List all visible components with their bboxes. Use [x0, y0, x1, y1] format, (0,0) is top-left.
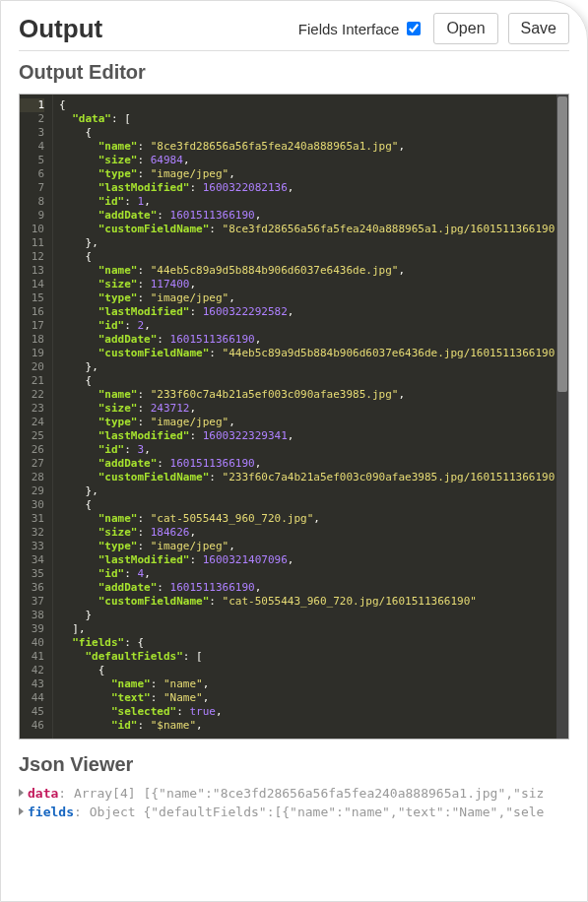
json-viewer-key: data — [28, 786, 58, 801]
json-viewer[interactable]: data: Array[4] [{"name":"8ce3fd28656a56f… — [19, 786, 569, 819]
editor-scrollbar[interactable] — [556, 95, 568, 739]
expand-icon[interactable] — [19, 807, 24, 815]
json-viewer-title: Json Viewer — [19, 753, 569, 776]
code-editor[interactable]: 1234567891011121314151617181920212223242… — [19, 94, 569, 740]
json-viewer-summary: Object {"defaultFields":[{"name":"name",… — [90, 805, 545, 819]
json-viewer-row[interactable]: fields: Object {"defaultFields":[{"name"… — [19, 805, 569, 819]
editor-code[interactable]: { "data": [ { "name": "8ce3fd28656a56fa5… — [53, 95, 556, 739]
page-title: Output — [19, 14, 102, 44]
json-viewer-key: fields — [28, 805, 74, 819]
header-actions: Fields Interface Open Save — [298, 13, 569, 44]
editor-gutter: 1234567891011121314151617181920212223242… — [20, 95, 53, 739]
expand-icon[interactable] — [19, 789, 24, 797]
output-editor-title: Output Editor — [19, 61, 569, 84]
fields-interface-checkbox[interactable] — [407, 22, 421, 35]
fields-interface-label: Fields Interface — [298, 21, 400, 37]
json-viewer-summary: Array[4] [{"name":"8ce3fd28656a56fa5fea2… — [74, 786, 544, 801]
output-header: Output Fields Interface Open Save — [19, 13, 569, 51]
fields-interface-toggle[interactable]: Fields Interface — [298, 19, 425, 38]
save-button[interactable]: Save — [508, 13, 569, 44]
editor-scrollbar-thumb[interactable] — [557, 97, 567, 392]
json-viewer-row[interactable]: data: Array[4] [{"name":"8ce3fd28656a56f… — [19, 786, 569, 801]
open-button[interactable]: Open — [433, 13, 497, 44]
